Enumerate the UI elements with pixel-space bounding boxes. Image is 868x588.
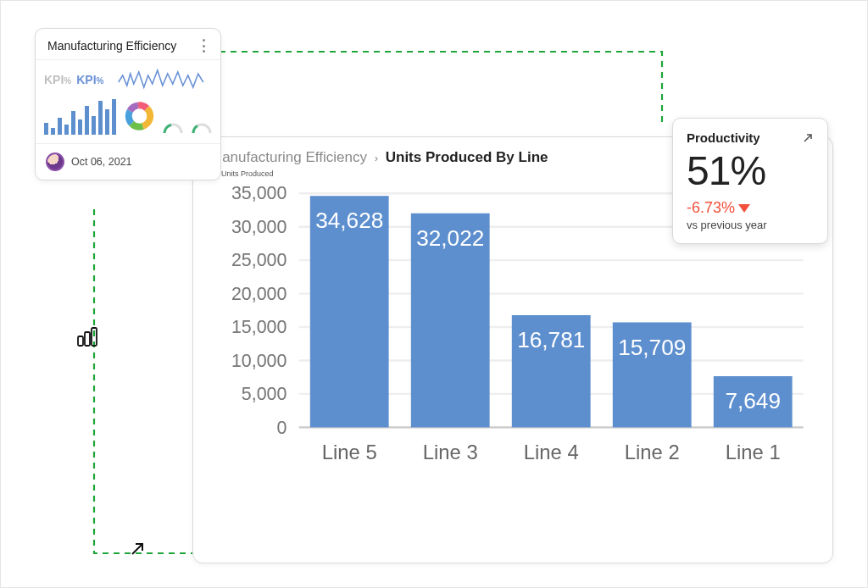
svg-text:15,000: 15,000 [231,317,287,337]
kpi-badge: KPI% [44,73,71,86]
breadcrumb-root[interactable]: Manufacturing Efficiency [210,149,367,165]
legend-label: Units Produced [221,169,274,178]
bar-value-label: 34,628 [315,208,383,233]
mini-bar-chart-icon [44,99,116,135]
more-options-icon[interactable] [197,37,210,54]
avatar [46,153,64,171]
chevron-right-icon: › [375,152,378,164]
expand-arrow-icon [128,540,147,558]
x-tick-label: Line 3 [423,441,478,463]
x-tick-label: Line 4 [524,441,579,463]
svg-rect-6 [78,336,83,346]
svg-text:20,000: 20,000 [231,284,287,304]
thumbnail-preview: KPI% KPI% [36,60,220,143]
x-tick-label: Line 2 [625,441,680,463]
thumbnail-title: Manufacturing Efficiency [47,39,176,53]
svg-text:25,000: 25,000 [231,250,287,270]
x-tick-label: Line 1 [726,441,781,463]
gauge-icon [163,123,183,135]
expand-icon[interactable] [802,132,814,144]
svg-text:0: 0 [277,417,287,437]
breadcrumb-leaf: Units Produced By Line [386,149,548,165]
bar-value-label: 32,022 [416,225,484,251]
bar-value-label: 15,709 [618,335,686,360]
productivity-value: 51% [687,150,814,192]
gauge-icon [192,123,212,135]
svg-text:10,000: 10,000 [231,351,287,371]
bar-value-label: 16,781 [517,327,585,352]
delta-text: -6.73% [687,199,735,217]
productivity-card[interactable]: Productivity 51% -6.73% vs previous year [672,118,828,244]
svg-text:35,000: 35,000 [231,183,287,203]
sparkline-icon [109,67,213,92]
bar-value-label: 7,649 [725,388,781,413]
x-tick-label: Line 5 [322,441,377,463]
svg-rect-8 [92,328,97,346]
svg-text:30,000: 30,000 [231,217,287,237]
kpi-badge: KPI% [76,73,103,86]
bar-chart-icon [75,325,99,348]
svg-text:5,000: 5,000 [242,384,287,404]
thumbnail-date: Oct 06, 2021 [71,156,132,168]
dashboard-thumbnail-card[interactable]: Manufacturing Efficiency KPI% KPI% [35,28,221,180]
productivity-title: Productivity [687,130,760,145]
productivity-comparison: vs previous year [687,219,814,231]
svg-rect-7 [85,332,90,346]
donut-chart-icon [125,97,154,135]
productivity-delta: -6.73% [687,199,814,217]
trend-down-icon [738,204,750,213]
